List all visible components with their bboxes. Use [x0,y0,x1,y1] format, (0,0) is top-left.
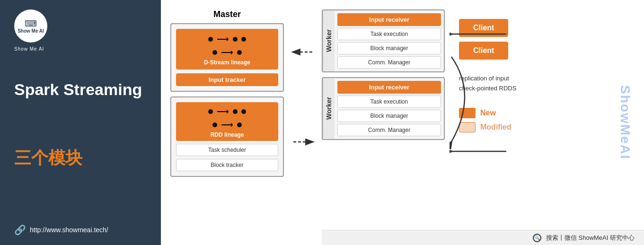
rdd-node-5 [237,122,242,127]
legend-label-modified: Modified [480,123,512,131]
node-3 [241,37,246,42]
clients-and-legend: Client Client replication of input check… [454,9,635,137]
chinese-title: 三个模块 [14,147,82,170]
rdd-graph-row-1: ⟶ [208,106,246,117]
right-section: Client Client replication of input check… [450,9,635,236]
worker-1-task-execution: Task execution [337,28,441,40]
node-5 [237,50,242,55]
website-url: http://www.showmeai.tech/ [30,226,108,234]
worker-1: Worker Input receiver Task execution Blo… [322,9,445,72]
arrows-middle [289,9,317,236]
rdd-graph-row-2: ⟶ [212,120,242,130]
legend-modified: Modified [459,122,512,132]
dstream-label: D-Stream lineage [204,59,250,66]
dstream-box: ⟶ ⟶ D-Stream lineage [176,29,278,70]
worker-1-boxes: Input receiver Task execution Block mana… [335,10,444,71]
worker-2: Worker Input receiver Task execution Blo… [322,77,445,140]
main-content: Master ⟶ ⟶ D-Stream lineage Input tracke… [161,0,644,245]
workers-section: Worker Input receiver Task execution Blo… [322,9,445,236]
worker-1-label: Worker [323,10,335,71]
rdd-node-2 [233,109,238,114]
replication-line1: replication of input [459,74,516,84]
master-title: Master [213,9,241,19]
worker-2-input-receiver: Input receiver [337,81,441,94]
logo-circle: ⌨ Show Me AI [14,9,47,43]
website-link[interactable]: 🔗 http://www.showmeai.tech/ [14,224,108,236]
worker-1-input-receiver: Input receiver [337,13,441,26]
rdd-label: RDD lineage [211,131,244,138]
task-scheduler: Task scheduler [176,144,278,156]
replication-line2: check-pointed RDDS [459,84,516,94]
worker-2-block-manager: Block manager [337,110,441,122]
worker-1-comm-manager: Comm. Manager [337,56,441,69]
rdd-box: ⟶ ⟶ RDD lineage [176,102,278,141]
sidebar: ⌨ Show Me AI Show Me AI Spark Streaming … [0,0,161,245]
replication-text: replication of input check-pointed RDDS [459,74,516,94]
worker-2-boxes: Input receiver Task execution Block mana… [335,78,444,139]
bottom-bar: 🔍 搜索丨微信 ShowMeAI 研究中心 [322,230,644,245]
dashed-arrows-svg [289,14,317,203]
rdd-node-4 [212,122,217,127]
master-section: Master ⟶ ⟶ D-Stream lineage Input tracke… [170,9,284,236]
node-4 [212,50,217,55]
worker-1-block-manager: Block manager [337,42,441,54]
search-icon: 🔍 [533,234,541,242]
clients-area: Client Client [459,19,508,60]
master-box: ⟶ ⟶ D-Stream lineage Input tracker [170,23,284,92]
logo-text: Show Me AI [18,29,44,34]
worker-2-comm-manager: Comm. Manager [337,124,441,136]
input-tracker: Input tracker [176,73,278,86]
rdd-node-3 [241,109,246,114]
website-icon: 🔗 [14,224,26,236]
legend-new: New [459,108,512,118]
legend-color-new [459,108,476,118]
node-1 [208,37,213,42]
legend-label-new: New [480,109,496,117]
legend: New Modified [459,108,512,132]
graph-row-1: ⟶ [208,34,246,44]
graph-row-2: ⟶ [212,47,242,58]
rdd-section: ⟶ ⟶ RDD lineage Task scheduler Block tra… [170,96,284,177]
worker-2-label: Worker [323,78,335,139]
logo-label: Show Me AI [14,46,44,52]
legend-color-modified [459,122,476,132]
block-tracker: Block tracker [176,159,278,171]
worker-2-task-execution: Task execution [337,96,441,108]
client-1: Client [459,19,508,37]
client-2: Client [459,42,508,60]
rdd-node-1 [208,109,213,114]
bottom-bar-text: 搜索丨微信 ShowMeAI 研究中心 [546,234,635,242]
main-title: Spark Streaming [14,80,142,99]
node-2 [233,37,238,42]
